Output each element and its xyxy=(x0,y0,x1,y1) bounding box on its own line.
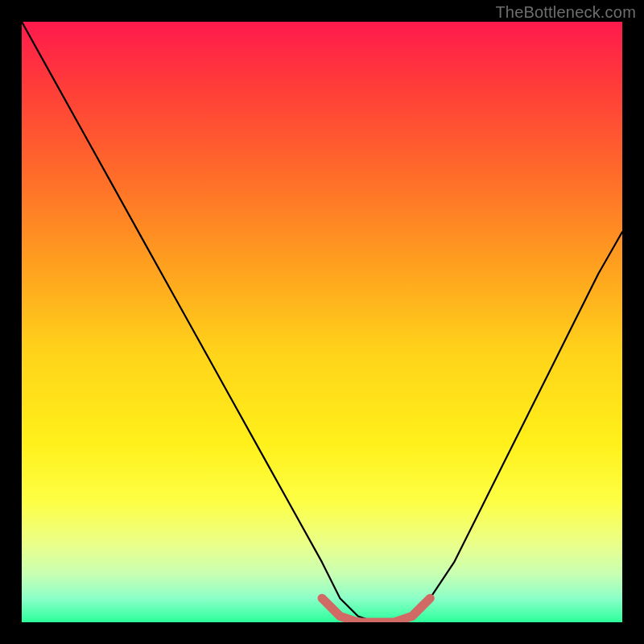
chart-svg xyxy=(22,22,622,622)
chart-plot-area xyxy=(22,22,622,622)
watermark-text: TheBottleneck.com xyxy=(495,3,636,22)
chart-frame: TheBottleneck.com xyxy=(0,0,644,644)
bottleneck-highlight-segment xyxy=(322,598,430,622)
bottleneck-curve-line xyxy=(22,22,622,622)
